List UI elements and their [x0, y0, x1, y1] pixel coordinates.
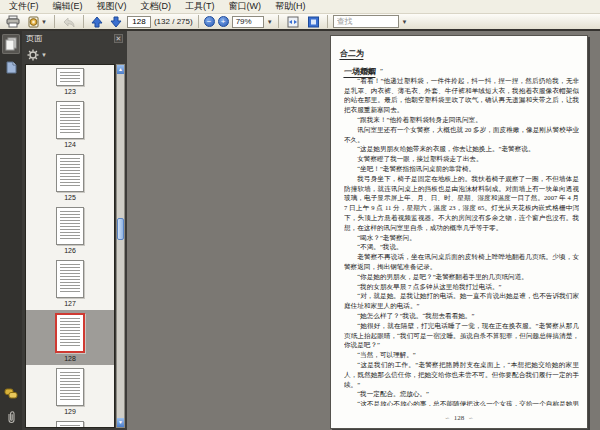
- options-dropdown-caret[interactable]: ▼: [41, 52, 47, 58]
- page-thumbnail[interactable]: 127: [26, 257, 114, 310]
- menu-item[interactable]: 编辑(E): [46, 0, 90, 14]
- zoom-out-button[interactable]: −: [204, 16, 215, 27]
- printer-icon: [6, 15, 20, 28]
- menubar: 文件(F) 编辑(E) 视图(V) 文档(D) 工具(T) 窗口(W) 帮助(H…: [0, 0, 600, 14]
- paragraph: “她很好，就在隔壁，打完电话睡了一觉，现在正在换衣服。”老警察从那几页纸上抬起眼…: [344, 321, 579, 350]
- thumbnail-page-number: 124: [64, 141, 76, 148]
- down-arrow-icon: [110, 16, 122, 28]
- previous-page-button[interactable]: [89, 14, 105, 29]
- page-thumbnail[interactable]: 129: [26, 365, 114, 418]
- comments-icon: [4, 388, 18, 400]
- document-viewport[interactable]: 合二为 一场婚姻 “衣服。” “看看！”他递过塑料袋，一件件拎起，抖一抖，捏一捏…: [127, 31, 600, 430]
- menu-item[interactable]: 帮助(H): [268, 0, 313, 14]
- up-arrow-icon: [91, 16, 103, 28]
- find-input[interactable]: [333, 15, 399, 28]
- find-dropdown-caret[interactable]: ▼: [402, 19, 408, 25]
- paragraph: “坐吧！”老警察指指讯问桌前的靠背椅。: [344, 164, 579, 174]
- thumbnail-image[interactable]: [56, 68, 84, 86]
- previous-view-button[interactable]: [60, 14, 78, 29]
- save-a-copy-button[interactable]: ▼: [25, 14, 49, 29]
- paragraph: 女警察瞪了我一眼，接过塑料袋走了出去。: [344, 154, 579, 164]
- menu-item[interactable]: 工具(T): [178, 0, 222, 14]
- fit-width-button[interactable]: [284, 14, 302, 29]
- bookmark-page-icon: [6, 61, 17, 74]
- comments-panel-button[interactable]: [2, 384, 20, 404]
- toolbar: ▼ (132 / 275) − + 79% ▼: [0, 14, 600, 31]
- print-button[interactable]: [4, 14, 22, 29]
- pages-panel-button[interactable]: [2, 34, 20, 54]
- scroll-track[interactable]: [117, 74, 124, 418]
- options-gear-icon[interactable]: [27, 49, 39, 61]
- paragraph: “你是她的男朋友，是吧？”老警察翻着手里的几页纸问道。: [344, 272, 579, 282]
- zoom-in-button[interactable]: +: [218, 16, 229, 27]
- page-thumbnail[interactable]: 130: [26, 418, 114, 428]
- paragraph: “看看！”他递过塑料袋，一件件拎起，抖一抖，捏一捏，然后扔给我，无非是乳罩、内衣…: [344, 76, 579, 115]
- pdf-reader-window: 文件(F) 编辑(E) 视图(V) 文档(D) 工具(T) 窗口(W) 帮助(H…: [0, 0, 600, 430]
- panel-close-button[interactable]: ✕: [114, 34, 123, 43]
- menu-item[interactable]: 文档(D): [134, 0, 179, 14]
- menu-item[interactable]: 窗口(W): [222, 0, 269, 14]
- pages-panel: 页面 ✕ ▼ 123: [22, 31, 127, 430]
- paragraph: 我弓身坐下，椅子是固定在地板上的。我扶着椅子观察了一圈，不但墙体是防撞软墙，就连…: [344, 174, 579, 233]
- zoom-level-value[interactable]: 79%: [232, 16, 264, 28]
- toolbar-separator: [278, 15, 279, 28]
- back-arrow-icon: [62, 16, 76, 28]
- thumbnail-page-number: 129: [64, 408, 76, 415]
- paragraph: “不渴。”我说。: [344, 242, 579, 252]
- next-page-button[interactable]: [108, 14, 124, 29]
- thumbnail-image[interactable]: [56, 260, 84, 298]
- footer-flourish: ∽: [445, 415, 450, 421]
- zoom-dropdown-caret[interactable]: ▼: [267, 19, 273, 25]
- page-thumbnail[interactable]: 124: [26, 98, 114, 151]
- thumbnail-scrollbar[interactable]: ▲ ▼: [116, 64, 125, 428]
- content-area: 页面 ✕ ▼ 123: [0, 31, 600, 430]
- page-body-text: “衣服。” “看看！”他递过塑料袋，一件件拎起，抖一抖，捏一捏，然后扔给我，无非…: [344, 66, 579, 406]
- thumbnail-page-number: 125: [64, 194, 76, 201]
- thumbnail-image[interactable]: [56, 101, 84, 139]
- paragraph: “这是我们的工作。”老警察把胳膊肘支在桌面上，“本想把她交给她的家里人，既然她那…: [344, 360, 579, 389]
- fit-page-button[interactable]: [305, 14, 322, 29]
- thumbnail-list: 123 124 125: [25, 64, 115, 428]
- page-thumbnail[interactable]: 125: [26, 151, 114, 204]
- menu-item[interactable]: 文件(F): [2, 0, 46, 14]
- paragraph: “衣服。”: [344, 66, 579, 76]
- save-dropdown-caret[interactable]: ▼: [41, 19, 47, 25]
- paragraph: “喝水？”老警察问。: [344, 233, 579, 243]
- page-thumbnail[interactable]: 128: [26, 310, 114, 365]
- page-thumbnail[interactable]: 126: [26, 204, 114, 257]
- menu-item[interactable]: 视图(V): [90, 0, 134, 14]
- paragraph: “当然，可以理解。”: [344, 350, 579, 360]
- scroll-up-button[interactable]: ▲: [117, 65, 124, 74]
- navigation-panel-strip: [0, 31, 22, 430]
- save-icon: [27, 15, 40, 28]
- fit-width-icon: [286, 16, 300, 28]
- page-footer: ∽128∽: [331, 414, 587, 422]
- page-number-input[interactable]: [127, 16, 151, 28]
- toolbar-separator: [83, 15, 84, 28]
- thumbnail-image[interactable]: [56, 421, 84, 428]
- footer-page-number: 128: [454, 414, 465, 422]
- thumbnail-image[interactable]: [56, 207, 84, 245]
- paragraph: “对，就是她。是我让她打的电话。她一直不肯说出她是谁，也不告诉我们家庭住址和家里…: [344, 291, 579, 311]
- page-thumbnail[interactable]: 123: [26, 65, 114, 98]
- paragraph: “她怎么样了？”我说。“我想去看看她。”: [344, 311, 579, 321]
- scroll-down-button[interactable]: ▼: [117, 418, 124, 427]
- page-count-label: (132 / 275): [154, 17, 193, 26]
- attachments-panel-button[interactable]: [2, 407, 20, 427]
- paragraph: 老警察不再说话，坐在讯问桌后面的皮转椅上哗哗地翻着几页纸。少顷，女警察返回，掏出…: [344, 252, 579, 272]
- document-page: 合二为 一场婚姻 “衣服。” “看看！”他递过塑料袋，一件件拎起，抖一抖，捏一捏…: [330, 35, 588, 429]
- bookmarks-panel-button[interactable]: [2, 57, 20, 77]
- thumbnail-image[interactable]: [56, 154, 84, 192]
- thumbnail-page-number: 123: [64, 88, 76, 95]
- paperclip-icon: [6, 410, 17, 424]
- scroll-thumb[interactable]: [117, 218, 124, 240]
- thumbnail-image[interactable]: [56, 368, 84, 406]
- toolbar-separator: [198, 15, 199, 28]
- thumbnail-page-number: 127: [64, 300, 76, 307]
- book-title-line1: 合二为: [339, 48, 364, 60]
- pages-icon: [5, 37, 17, 51]
- paragraph: “我的女朋友早晨 7 点多钟从这里给我打过电话。”: [344, 282, 579, 292]
- thumbnail-image[interactable]: [55, 313, 85, 353]
- fit-page-icon: [307, 16, 320, 28]
- pages-panel-title: 页面: [26, 33, 114, 44]
